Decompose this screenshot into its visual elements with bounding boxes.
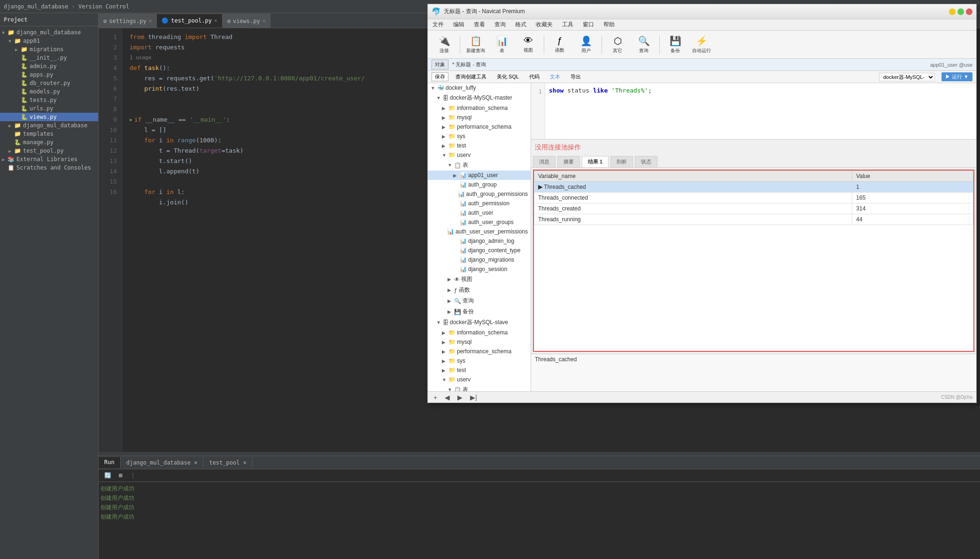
- sidebar-item-7[interactable]: 🐍models.py: [0, 87, 98, 96]
- beautify-btn[interactable]: 美化 SQL: [494, 72, 522, 81]
- nav-tree-item-21[interactable]: ▶ƒ函数: [428, 285, 531, 295]
- sidebar-item-12[interactable]: 📁templates: [0, 130, 98, 138]
- sidebar-item-2[interactable]: ▶📁migrations: [0, 45, 98, 54]
- nav-tree-item-25[interactable]: ▶📁information_schema: [428, 328, 531, 337]
- result-row-3[interactable]: Threads_running44: [534, 214, 973, 225]
- nav-tree-item-9[interactable]: ▶📊app01_user: [428, 171, 531, 180]
- query-editor-inner[interactable]: show status like 'Threads%';: [545, 83, 976, 139]
- analyze-btn[interactable]: 查询创建工具: [452, 72, 490, 81]
- sidebar-item-5[interactable]: 🐍apps.py: [0, 70, 98, 79]
- toolbar-btn-1[interactable]: 📋新建查询: [463, 32, 488, 57]
- run-more-btn[interactable]: ⋮: [128, 471, 138, 480]
- code-btn[interactable]: 代码: [526, 72, 543, 81]
- run-restart-btn[interactable]: 🔄: [102, 471, 113, 480]
- status-add-btn[interactable]: +: [432, 394, 439, 401]
- bottom-tab-2[interactable]: test_pool ×: [203, 458, 252, 468]
- nav-tree-item-10[interactable]: 📊auth_group: [428, 180, 531, 189]
- sidebar-item-15[interactable]: ▶📚External Libraries: [0, 155, 98, 163]
- nav-tree-item-23[interactable]: ▶💾备份: [428, 306, 531, 317]
- nav-tree-item-5[interactable]: ▶📁sys: [428, 132, 531, 141]
- tab-close-1[interactable]: ✕: [214, 17, 217, 23]
- nav-tree-item-1[interactable]: ▼🗄docker器-MySQL-master: [428, 93, 531, 103]
- win-min-btn[interactable]: [949, 8, 956, 15]
- run-icon-8[interactable]: ▶: [130, 115, 132, 125]
- nav-tree-item-22[interactable]: ▶🔍查询: [428, 295, 531, 306]
- win-close-btn[interactable]: [966, 8, 972, 15]
- nav-tree-item-15[interactable]: 📊auth_user_user_permissions: [428, 227, 531, 236]
- sidebar-item-3[interactable]: 🐍__init__.py: [0, 54, 98, 62]
- toolbar-btn-8[interactable]: 💾备份: [663, 32, 688, 57]
- result-row-0[interactable]: ▶ Threads_cached1: [534, 182, 973, 193]
- nav-tree-item-18[interactable]: 📊django_migrations: [428, 255, 531, 264]
- toolbar-btn-2[interactable]: 📊表: [489, 32, 515, 57]
- nav-tree-item-7[interactable]: ▼📁userv: [428, 150, 531, 160]
- sidebar-item-8[interactable]: 🐍tests.py: [0, 96, 98, 104]
- nav-tree-item-31[interactable]: ▼📋表: [428, 384, 531, 391]
- sidebar-item-13[interactable]: 🐍manage.py: [0, 138, 98, 147]
- toolbar-btn-0[interactable]: 🔌连接: [432, 32, 457, 57]
- result-row-2[interactable]: Threads_created314: [534, 203, 973, 214]
- navicat-menu-3[interactable]: 查询: [490, 20, 510, 30]
- sidebar-item-4[interactable]: 🐍admin.py: [0, 62, 98, 70]
- navicat-menu-0[interactable]: 文件: [428, 20, 448, 30]
- navicat-menu-1[interactable]: 编辑: [448, 20, 469, 30]
- save-btn[interactable]: 保存: [432, 72, 448, 81]
- nav-tree-item-0[interactable]: ▼🐳docker_luffy: [428, 83, 531, 93]
- nav-tree-item-29[interactable]: ▶📁test: [428, 365, 531, 375]
- nav-tree-item-4[interactable]: ▶📁performance_schema: [428, 122, 531, 132]
- win-max-btn[interactable]: [957, 8, 964, 15]
- status-end-btn[interactable]: ▶|: [468, 394, 479, 401]
- result-tab-4[interactable]: 状态: [635, 156, 657, 167]
- db-select[interactable]: docker器-MySQL-: [879, 73, 935, 81]
- status-prev-btn[interactable]: ◀: [443, 394, 452, 401]
- sidebar-item-9[interactable]: 🐍urls.py: [0, 104, 98, 113]
- sidebar-item-14[interactable]: ▶📁test_pool.py: [0, 147, 98, 155]
- sidebar-item-10[interactable]: 🐍views.py: [0, 113, 98, 121]
- toolbar-btn-4[interactable]: ƒ函数: [547, 32, 572, 57]
- object-btn[interactable]: 对象: [432, 60, 448, 70]
- status-next-btn[interactable]: ▶: [455, 394, 464, 401]
- nav-tree-item-17[interactable]: 📊django_content_type: [428, 246, 531, 255]
- nav-tree-item-14[interactable]: 📊auth_user_groups: [428, 217, 531, 227]
- tab-settings[interactable]: ⚙settings.py✕: [99, 14, 157, 28]
- nav-tree-item-27[interactable]: ▶📁performance_schema: [428, 347, 531, 356]
- nav-tree-item-2[interactable]: ▶📁information_schema: [428, 103, 531, 113]
- navicat-menu-4[interactable]: 格式: [510, 20, 531, 30]
- sidebar-item-16[interactable]: 📋Scratches and Consoles: [0, 163, 98, 172]
- nav-tree-item-8[interactable]: ▼📋表: [428, 160, 531, 171]
- nav-tree-item-28[interactable]: ▶📁sys: [428, 356, 531, 365]
- sidebar-tree[interactable]: ▼📁django_mul_database▼📁app01▶📁migrations…: [0, 26, 98, 559]
- nav-tree-item-3[interactable]: ▶📁mysql: [428, 113, 531, 122]
- navicat-menu-2[interactable]: 查看: [469, 20, 490, 30]
- sidebar-item-0[interactable]: ▼📁django_mul_database: [0, 28, 98, 37]
- nav-tree-item-12[interactable]: 📊auth_permission: [428, 199, 531, 208]
- bottom-tab-1[interactable]: django_mul_database ×: [121, 458, 204, 468]
- nav-tree-item-6[interactable]: ▶📁test: [428, 141, 531, 150]
- nav-tree-item-19[interactable]: 📊django_session: [428, 264, 531, 274]
- export-btn[interactable]: 导出: [567, 72, 584, 81]
- sidebar-item-1[interactable]: ▼📁app01: [0, 37, 98, 45]
- nav-tree-item-26[interactable]: ▶📁mysql: [428, 337, 531, 347]
- nav-tree-item-11[interactable]: 📊auth_group_permissions: [428, 189, 531, 199]
- toolbar-btn-9[interactable]: ⚡自动运行: [689, 32, 714, 57]
- nav-tree-item-30[interactable]: ▼📁userv: [428, 375, 531, 384]
- navicat-menu-6[interactable]: 工具: [557, 20, 578, 30]
- run-stop-btn[interactable]: ⏹: [116, 471, 125, 480]
- text-btn[interactable]: 文本: [547, 72, 563, 81]
- tab-views[interactable]: ⚙views.py✕: [223, 14, 271, 28]
- toolbar-btn-5[interactable]: 👤用户: [573, 32, 599, 57]
- toolbar-btn-3[interactable]: 👁视图: [516, 32, 541, 57]
- toolbar-btn-7[interactable]: 🔍查询: [631, 32, 656, 57]
- result-tab-0[interactable]: 消息: [533, 156, 556, 167]
- tab-close-2[interactable]: ✕: [262, 18, 266, 24]
- sidebar-item-11[interactable]: ▶📁django_mul_database: [0, 121, 98, 130]
- tab-test_pool[interactable]: 🔵test_pool.py✕: [157, 14, 222, 28]
- result-tab-3[interactable]: 剖析: [610, 156, 633, 167]
- sidebar-item-6[interactable]: 🐍db_router.py: [0, 79, 98, 87]
- toolbar-btn-6[interactable]: ⬡其它: [605, 32, 630, 57]
- result-tab-2[interactable]: 结果 1: [582, 156, 609, 167]
- navicat-menu-7[interactable]: 窗口: [578, 20, 599, 30]
- navicat-menu-5[interactable]: 收藏夹: [531, 20, 557, 30]
- run-query-btn[interactable]: ▶ 运行 ▼: [941, 72, 972, 81]
- navicat-menu-8[interactable]: 帮助: [599, 20, 619, 30]
